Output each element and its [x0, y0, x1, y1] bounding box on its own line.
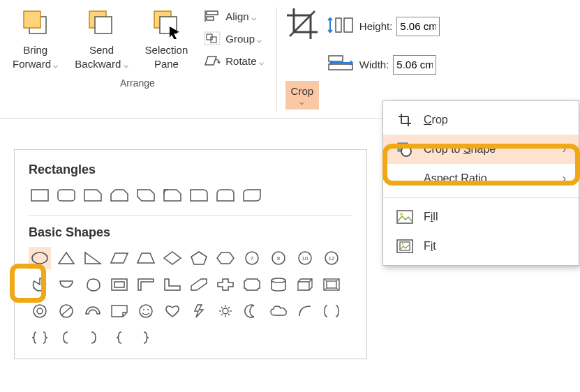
shape-parallelogram[interactable]: [108, 247, 131, 269]
shape-trapezoid[interactable]: [135, 247, 157, 269]
shape-double-brace[interactable]: [29, 326, 51, 349]
menu-item-crop[interactable]: Crop: [383, 105, 579, 135]
shape-snip-same-side[interactable]: [108, 184, 131, 206]
height-icon: [326, 15, 355, 37]
shape-smiley-face[interactable]: [135, 300, 157, 322]
shape-plaque[interactable]: [241, 273, 263, 296]
svg-line-66: [221, 314, 223, 315]
shape-snip-round-single[interactable]: [161, 184, 184, 206]
shape-half-frame[interactable]: [135, 273, 157, 296]
menu-separator: [383, 197, 579, 198]
shape-sun[interactable]: [214, 300, 237, 322]
svg-rect-20: [329, 64, 352, 70]
crop-menu: Crop Crop to Shape › Aspect Ratio › Fill…: [382, 100, 579, 266]
shape-can[interactable]: [267, 273, 290, 296]
menu-item-aspect-ratio[interactable]: Aspect Ratio ›: [383, 164, 579, 193]
shape-heptagon[interactable]: 7: [241, 247, 263, 269]
aspect-ratio-icon: [396, 171, 414, 186]
shape-round-diagonal[interactable]: [241, 184, 263, 206]
shape-hexagon[interactable]: [214, 247, 237, 269]
shape-no-symbol[interactable]: [55, 300, 77, 322]
send-backward-button[interactable]: Send Backward: [70, 4, 132, 73]
svg-rect-1: [24, 11, 40, 28]
shape-snip-diagonal[interactable]: [135, 184, 157, 206]
menu-item-crop-to-shape-label: Crop to Shape: [424, 143, 496, 156]
shape-oval[interactable]: [29, 247, 51, 269]
width-input[interactable]: [393, 55, 436, 75]
shape-left-bracket[interactable]: [55, 326, 77, 349]
shape-cloud[interactable]: [267, 300, 290, 322]
shape-right-bracket[interactable]: [82, 326, 104, 349]
group-button[interactable]: Group: [200, 29, 267, 47]
shape-chord[interactable]: [55, 273, 77, 296]
width-icon: [326, 54, 355, 75]
svg-rect-3: [95, 17, 112, 33]
shape-moon[interactable]: [241, 300, 263, 322]
shape-left-brace[interactable]: [108, 326, 131, 349]
svg-point-26: [401, 146, 411, 156]
shape-l-shape[interactable]: [161, 273, 184, 296]
send-backward-label: Send Backward: [75, 43, 128, 70]
svg-text:8: 8: [277, 255, 281, 262]
svg-point-52: [34, 305, 46, 317]
rotate-button[interactable]: Rotate: [200, 52, 267, 70]
shape-double-bracket[interactable]: [320, 300, 343, 322]
svg-rect-47: [327, 281, 336, 288]
shape-donut[interactable]: [29, 300, 51, 322]
svg-point-58: [147, 309, 149, 310]
svg-point-59: [223, 308, 228, 314]
svg-rect-8: [207, 17, 214, 20]
shape-round-single[interactable]: [188, 184, 210, 206]
shape-pentagon[interactable]: [188, 247, 210, 269]
shape-rectangle[interactable]: [29, 184, 51, 206]
shape-folded-corner[interactable]: [108, 300, 131, 322]
menu-item-crop-to-shape[interactable]: Crop to Shape ›: [383, 135, 579, 164]
selection-pane-button[interactable]: Selection Pane: [141, 4, 193, 73]
align-label: Align: [225, 10, 256, 22]
shape-bevel[interactable]: [320, 273, 343, 296]
shape-pie[interactable]: [29, 273, 51, 296]
shape-cube[interactable]: [294, 273, 316, 296]
menu-item-fit[interactable]: Fit: [383, 232, 579, 261]
shape-cross[interactable]: [214, 273, 237, 296]
shape-right-triangle[interactable]: [82, 247, 104, 269]
shape-dodecagon[interactable]: 12: [320, 247, 343, 269]
svg-point-31: [402, 243, 404, 246]
align-button[interactable]: Align: [200, 7, 267, 25]
shapes-gallery: Rectangles Basic Shapes 7 8 10 12: [14, 149, 367, 359]
shape-isoceles-triangle[interactable]: [55, 247, 77, 269]
shape-diagonal-stripe[interactable]: [188, 273, 210, 296]
shape-diamond[interactable]: [161, 247, 184, 269]
svg-line-55: [61, 307, 71, 315]
shape-heart[interactable]: [161, 300, 184, 322]
shape-right-brace[interactable]: [135, 326, 157, 349]
bring-forward-button[interactable]: Bring Forward: [8, 4, 62, 73]
svg-point-56: [140, 305, 152, 317]
shape-round-same-side[interactable]: [214, 184, 237, 206]
shape-snip-single[interactable]: [82, 184, 104, 206]
rectangles-heading: Rectangles: [29, 163, 352, 177]
width-label: Width:: [359, 59, 389, 70]
svg-rect-44: [114, 282, 124, 287]
crop-button-label: Crop: [291, 85, 314, 98]
shape-block-arc[interactable]: [82, 300, 104, 322]
svg-rect-19: [329, 56, 343, 61]
height-label: Height:: [359, 20, 393, 32]
svg-rect-17: [336, 18, 341, 32]
shape-frame[interactable]: [108, 273, 131, 296]
shape-octagon[interactable]: 8: [267, 247, 290, 269]
menu-item-fill-label: Fill: [424, 211, 438, 223]
shape-rounded-rectangle[interactable]: [55, 184, 77, 206]
group-icon: [203, 31, 221, 46]
crop-split-button[interactable]: Crop ⌵: [285, 81, 320, 110]
send-backward-icon: [85, 7, 117, 39]
shape-arc[interactable]: [294, 300, 316, 322]
shape-decagon[interactable]: 10: [294, 247, 316, 269]
shape-teardrop[interactable]: [82, 273, 104, 296]
height-input[interactable]: [396, 17, 440, 36]
svg-text:10: 10: [302, 255, 308, 262]
menu-item-fill[interactable]: Fill: [383, 202, 579, 232]
shape-lightning-bolt[interactable]: [188, 300, 210, 322]
crop-icon: [396, 112, 414, 128]
rotate-icon: [203, 53, 221, 68]
